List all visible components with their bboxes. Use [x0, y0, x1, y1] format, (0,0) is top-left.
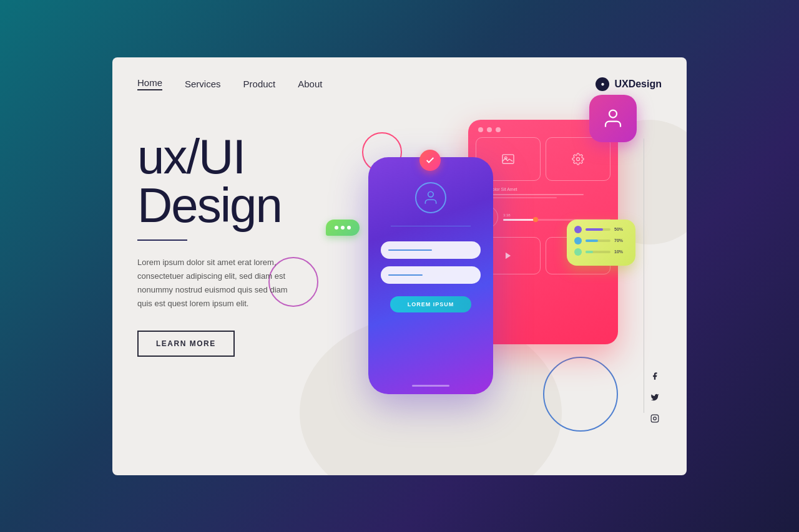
- chat-dot-1: [335, 226, 338, 230]
- svg-point-9: [609, 110, 617, 117]
- nav-home[interactable]: Home: [137, 77, 162, 90]
- stats-bar-wrap-3: [586, 251, 610, 253]
- stats-row-1: 50%: [574, 226, 628, 233]
- stats-dot-1: [574, 226, 582, 233]
- chat-bubble: [326, 220, 360, 236]
- app-dot-3: [496, 127, 501, 132]
- app-dot-1: [478, 127, 483, 132]
- stats-pct-3: 10%: [614, 249, 628, 254]
- phone-input-line-1: [388, 249, 432, 251]
- stats-dot-3: [574, 248, 582, 256]
- stats-pct-1: 50%: [614, 227, 628, 231]
- stats-bar-fill-1: [586, 228, 603, 231]
- stats-bar-fill-3: [586, 251, 593, 253]
- stats-bar-fill-2: [586, 239, 598, 242]
- brand: ● UXDesign: [596, 77, 662, 91]
- brand-icon: ●: [596, 77, 609, 91]
- social-icons: [650, 372, 659, 425]
- main-card: Home Services Product About ● UXDesign u…: [112, 57, 687, 475]
- facebook-icon[interactable]: [650, 372, 659, 383]
- phone-input-2[interactable]: [381, 266, 481, 284]
- profile-card: [589, 95, 637, 142]
- svg-point-5: [577, 157, 580, 160]
- chat-dot-2: [341, 226, 345, 230]
- navbar: Home Services Product About ● UXDesign: [112, 57, 687, 91]
- instagram-icon[interactable]: [650, 414, 659, 425]
- hero-title: ux/UI Design: [137, 132, 300, 230]
- nav-product[interactable]: Product: [243, 79, 276, 89]
- learn-more-button[interactable]: LEARN MORE: [137, 331, 235, 357]
- nav-services[interactable]: Services: [185, 79, 221, 89]
- hero-title-line1: ux/UI: [137, 132, 300, 181]
- stats-row-3: 10%: [574, 248, 628, 256]
- hero-body: Lorem ipsum dolor sit amet erat lorem, c…: [137, 256, 300, 311]
- stats-bar-wrap-1: [586, 228, 610, 231]
- svg-rect-0: [651, 415, 659, 422]
- stats-card: 50% 70% 10%: [567, 220, 635, 266]
- illustration: Lorem Dolor Sit Amet 3:38: [281, 95, 630, 457]
- phone-home-indicator: [412, 385, 449, 387]
- phone-cta-button[interactable]: LOREM IPSUM: [390, 296, 472, 312]
- divider-line: [644, 138, 644, 413]
- nav-about[interactable]: About: [298, 79, 322, 89]
- svg-point-10: [428, 191, 434, 197]
- brand-label: UXDesign: [614, 79, 662, 90]
- svg-marker-7: [506, 252, 511, 259]
- phone-mockup: LOREM IPSUM: [368, 157, 493, 394]
- stats-row-2: 70%: [574, 237, 628, 244]
- hero-title-line2: Design: [137, 181, 300, 230]
- svg-point-1: [654, 417, 657, 420]
- phone-input-line-2: [388, 274, 423, 276]
- stats-bar-wrap-2: [586, 239, 610, 242]
- phone-inner: LOREM IPSUM: [368, 157, 493, 326]
- app-dot-2: [487, 127, 492, 132]
- stats-pct-2: 70%: [614, 238, 628, 243]
- app-cell-settings: [546, 137, 610, 181]
- nav-links: Home Services Product About: [137, 77, 322, 90]
- check-bubble: [419, 150, 441, 171]
- twitter-icon[interactable]: [650, 393, 659, 404]
- chat-dot-3: [347, 226, 351, 230]
- hero-underline: [137, 239, 187, 241]
- phone-user-icon: [415, 182, 446, 213]
- stats-dot-2: [574, 237, 582, 244]
- phone-input-1[interactable]: [381, 241, 481, 259]
- deco-circle-blue: [543, 357, 618, 432]
- hero-text-block: ux/UI Design Lorem ipsum dolor sit amet …: [137, 132, 300, 357]
